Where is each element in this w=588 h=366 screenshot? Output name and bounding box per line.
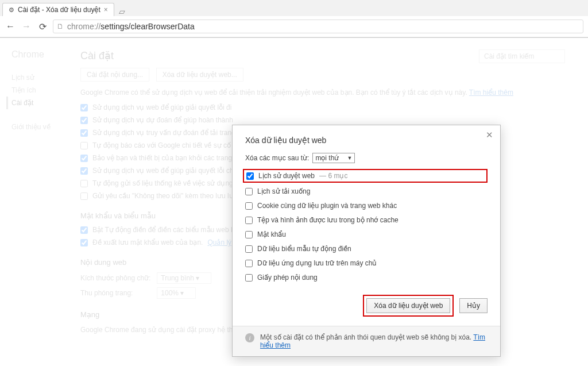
sidebar-item-settings[interactable]: Cài đặt <box>6 97 69 109</box>
new-tab-button[interactable]: ▱ <box>114 7 130 16</box>
footer-text: Một số cài đặt có thể phản ánh thói quen… <box>260 333 471 341</box>
tab-bar: ⚙ Cài đặt - Xóa dữ liệu duyệt × ▱ <box>0 0 588 16</box>
clear-option-checkbox-7[interactable] <box>245 274 253 282</box>
clear-option-label: Lịch sử duyệt web <box>258 172 315 180</box>
sidebar-item-extensions[interactable]: Tiện ích <box>11 84 69 97</box>
back-button[interactable]: ← <box>5 21 16 32</box>
clear-option-count: — 6 mục <box>319 172 347 180</box>
dialog-close-button[interactable]: ✕ <box>486 130 493 140</box>
clear-option-2[interactable]: Cookie cùng dữ liệu plugin và trang web … <box>245 200 488 211</box>
page-icon: 🗋 <box>57 22 64 30</box>
reload-button[interactable]: ⟳ <box>37 21 48 32</box>
clear-option-checkbox-2[interactable] <box>245 202 253 210</box>
content-settings-button[interactable]: Cài đặt nội dung... <box>80 68 149 82</box>
clear-option-checkbox-6[interactable] <box>245 260 253 267</box>
clear-option-label: Mật khẩu <box>257 230 286 238</box>
clear-option-checkbox-5[interactable] <box>245 245 253 253</box>
privacy-check-1[interactable]: Sử dụng dịch vụ dự đoán để giúp hoàn thà… <box>80 116 565 124</box>
address-bar[interactable]: 🗋 chrome://settings/clearBrowserData <box>53 20 583 33</box>
search-input[interactable] <box>479 49 565 63</box>
highlight-box: Xóa dữ liệu duyệt web <box>363 295 454 317</box>
clear-option-label: Dữ liệu biểu mẫu tự động điền <box>257 245 351 253</box>
sidebar-item-history[interactable]: Lịch sử <box>11 71 69 84</box>
clear-option-4[interactable]: Mật khẩu <box>245 229 488 240</box>
info-icon: i <box>245 333 254 342</box>
learn-more-link[interactable]: Tìm hiểu thêm <box>469 88 513 97</box>
brand-title: Chrome <box>11 49 69 60</box>
manage-link[interactable]: Quản lý <box>207 238 231 246</box>
clear-option-label: Dữ liệu ứng dụng lưu trữ trên máy chủ <box>257 259 377 267</box>
time-range-row: Xóa các mục sau từ: mọi thứ▼ <box>245 153 488 163</box>
clear-data-button[interactable]: Xóa dữ liệu duyệt web <box>366 298 450 313</box>
clear-option-label: Lịch sử tải xuống <box>257 187 310 195</box>
clear-data-button-outer[interactable]: Xóa dữ liệu duyệt web... <box>156 68 243 82</box>
tab-title: Cài đặt - Xóa dữ liệu duyệt <box>18 6 100 14</box>
clear-option-7[interactable]: Giấy phép nội dung <box>245 272 488 283</box>
font-size-select[interactable]: Trung bình ▾ <box>157 272 211 284</box>
clear-option-1[interactable]: Lịch sử tải xuống <box>245 186 488 197</box>
clear-option-0[interactable]: Lịch sử duyệt web — 6 mục <box>243 169 488 183</box>
privacy-check-0[interactable]: Sử dụng dịch vụ web để giúp giải quyết l… <box>80 103 565 111</box>
dialog-title: Xóa dữ liệu duyệt web <box>245 136 488 145</box>
time-range-select[interactable]: mọi thứ▼ <box>312 153 355 163</box>
sidebar-item-about[interactable]: Giới thiệu về <box>11 121 69 133</box>
url-text: chrome://settings/clearBrowserData <box>67 22 195 31</box>
cancel-button[interactable]: Hủy <box>459 298 488 313</box>
time-range-label: Xóa các mục sau từ: <box>245 154 309 162</box>
clear-option-checkbox-1[interactable] <box>245 188 253 195</box>
forward-button: → <box>21 21 32 32</box>
clear-option-3[interactable]: Tệp và hình ảnh được lưu trong bộ nhớ ca… <box>245 214 488 226</box>
clear-option-label: Tệp và hình ảnh được lưu trong bộ nhớ ca… <box>257 216 399 224</box>
clear-option-checkbox-3[interactable] <box>245 217 253 224</box>
clear-option-5[interactable]: Dữ liệu biểu mẫu tự động điền <box>245 243 488 255</box>
toolbar: ← → ⟳ 🗋 chrome://settings/clearBrowserDa… <box>0 16 588 37</box>
dialog-footer: i Một số cài đặt có thể phản ánh thói qu… <box>233 326 500 356</box>
clear-option-checkbox-4[interactable] <box>245 231 253 238</box>
sidebar: Chrome Lịch sử Tiện ích Cài đặt Giới thi… <box>11 44 69 366</box>
chevron-down-icon: ▼ <box>347 155 352 161</box>
browser-tab[interactable]: ⚙ Cài đặt - Xóa dữ liệu duyệt × <box>2 3 114 16</box>
clear-option-6[interactable]: Dữ liệu ứng dụng lưu trữ trên máy chủ <box>245 257 488 269</box>
zoom-select[interactable]: 100% ▾ <box>157 287 196 299</box>
clear-browsing-data-dialog: ✕ Xóa dữ liệu duyệt web Xóa các mục sau … <box>232 125 501 357</box>
gear-icon: ⚙ <box>9 6 14 14</box>
privacy-desc: Google Chrome có thể sử dụng dịch vụ web… <box>80 87 565 98</box>
clear-option-label: Cookie cùng dữ liệu plugin và trang web … <box>257 202 397 210</box>
clear-option-checkbox-0[interactable] <box>246 172 254 180</box>
clear-option-label: Giấy phép nội dung <box>257 273 318 282</box>
close-tab-icon[interactable]: × <box>104 6 108 14</box>
